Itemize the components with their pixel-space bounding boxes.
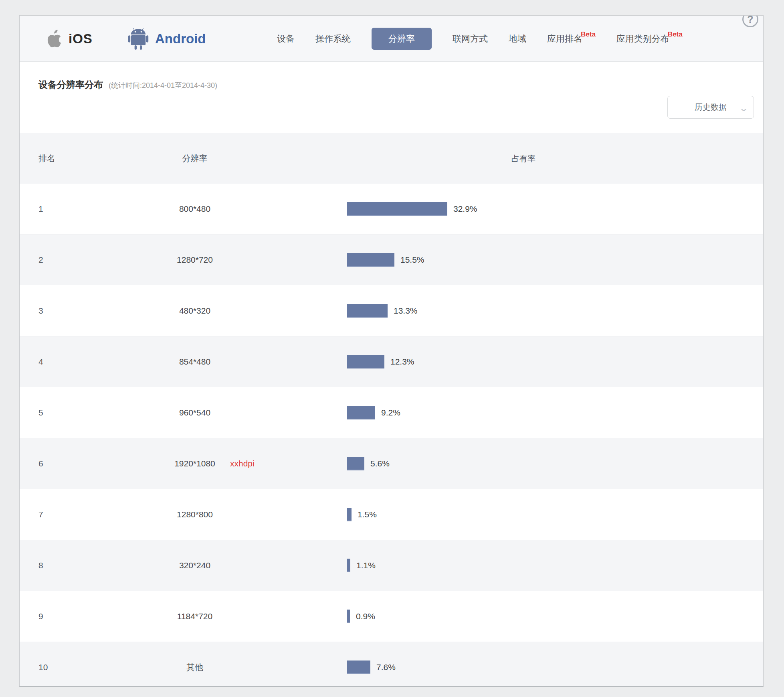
resolution-cell: 1920*1080 xxhdpi: [135, 438, 255, 489]
rank-cell: 8: [38, 540, 43, 591]
share-bar-area: 32.9%: [347, 184, 477, 234]
table-header: 排名 分辨率 占有率: [20, 133, 763, 184]
rank-cell: 10: [38, 642, 48, 687]
table-row: 4 854*480 12.3%: [20, 336, 763, 387]
share-value-label: 13.3%: [394, 306, 418, 316]
header-divider: [235, 27, 235, 51]
share-bar-area: 1.5%: [347, 489, 377, 540]
android-icon: [127, 26, 150, 51]
rank-cell: 9: [38, 591, 43, 642]
rank-cell: 6: [38, 438, 43, 489]
nav-tab-5[interactable]: 应用排名Beta: [547, 33, 596, 45]
share-bar-area: 5.6%: [347, 438, 390, 489]
nav-tab-4[interactable]: 地域: [509, 33, 526, 45]
beta-badge: Beta: [581, 30, 596, 38]
rank-cell: 7: [38, 489, 43, 540]
nav-tab-3[interactable]: 联网方式: [453, 33, 488, 45]
table-row: 6 1920*1080 xxhdpi 5.6%: [20, 438, 763, 489]
platform-tab-ios-label: iOS: [69, 31, 93, 47]
table-row: 8 320*240 1.1%: [20, 540, 763, 591]
share-bar-area: 15.5%: [347, 235, 424, 285]
share-bar-area: 13.3%: [347, 286, 418, 336]
title-section: 设备分辨率分布 (统计时间:2014-4-01至2014-4-30) 历史数据 …: [20, 62, 763, 133]
table-row: 3 480*320 13.3%: [20, 286, 763, 336]
table-row: 5 960*540 9.2%: [20, 387, 763, 438]
column-header-resolution: 分辨率: [135, 133, 255, 184]
share-bar: [347, 457, 364, 470]
rank-cell: 5: [38, 387, 43, 438]
share-value-label: 7.6%: [376, 663, 396, 672]
table-row: 1 800*480 32.9%: [20, 184, 763, 235]
share-value-label: 32.9%: [453, 204, 477, 214]
share-value-label: 12.3%: [390, 357, 414, 367]
nav-tab-0[interactable]: 设备: [277, 33, 295, 45]
column-header-rank: 排名: [38, 133, 55, 184]
top-nav: 设备 操作系统 分辨率 联网方式 地域 应用排名Beta 应用类别分布Beta: [277, 16, 683, 62]
resolution-table-body: 1 800*480 32.9% 2 1280*720 15.5% 3 480*3…: [20, 184, 763, 687]
resolution-cell: 1184*720: [135, 591, 255, 642]
chevron-down-icon: ⌄: [739, 103, 748, 113]
header-bar: iOS Android 设备 操作系统 分辨率 联网方式 地域 应用排名Beta…: [20, 16, 763, 62]
rank-cell: 1: [38, 184, 43, 234]
share-bar-area: 9.2%: [347, 387, 400, 438]
nav-tab-6[interactable]: 应用类别分布Beta: [616, 33, 683, 45]
platform-tab-android[interactable]: Android: [127, 16, 206, 62]
stat-period-subtitle: (统计时间:2014-4-01至2014-4-30): [109, 81, 217, 90]
page-title: 设备分辨率分布: [38, 79, 103, 91]
share-bar: [347, 355, 384, 369]
beta-badge: Beta: [668, 30, 683, 38]
resolution-cell: 1280*800: [135, 489, 255, 540]
share-bar-area: 1.1%: [347, 540, 376, 591]
history-data-dropdown[interactable]: 历史数据 ⌄: [667, 96, 754, 119]
nav-tab-1[interactable]: 操作系统: [315, 33, 351, 45]
platform-tab-ios[interactable]: iOS: [44, 16, 93, 62]
share-bar: [347, 559, 350, 572]
rank-cell: 2: [38, 235, 43, 285]
share-bar: [347, 508, 352, 521]
share-value-label: 5.6%: [370, 459, 390, 468]
history-data-dropdown-value: 历史数据: [695, 102, 727, 113]
table-row: 2 1280*720 15.5%: [20, 235, 763, 286]
resolution-cell: 其他: [135, 642, 255, 687]
resolution-cell: 960*540: [135, 387, 255, 438]
share-bar: [347, 304, 388, 318]
share-bar: [347, 202, 447, 216]
resolution-cell: 320*240: [135, 540, 255, 591]
resolution-cell: 854*480: [135, 336, 255, 387]
resolution-cell: 800*480: [135, 184, 255, 234]
share-value-label: 1.5%: [358, 510, 377, 519]
help-icon[interactable]: ?: [742, 15, 758, 27]
share-bar: [347, 661, 370, 674]
nav-tab-2[interactable]: 分辨率: [372, 28, 432, 50]
table-row: 7 1280*800 1.5%: [20, 489, 763, 540]
resolution-cell: 1280*720: [135, 235, 255, 285]
share-value-label: 15.5%: [400, 255, 424, 265]
apple-icon: [44, 28, 63, 50]
table-row: 9 1184*720 0.9%: [20, 591, 763, 642]
title-row: 设备分辨率分布 (统计时间:2014-4-01至2014-4-30): [38, 79, 217, 91]
platform-tab-android-label: Android: [155, 31, 206, 47]
analytics-panel: iOS Android 设备 操作系统 分辨率 联网方式 地域 应用排名Beta…: [19, 15, 764, 687]
share-bar: [347, 610, 350, 623]
share-value-label: 1.1%: [356, 561, 376, 570]
table-row: 10 其他 7.6%: [20, 642, 763, 687]
share-bar-area: 7.6%: [347, 642, 396, 687]
rank-cell: 3: [38, 286, 43, 336]
share-bar-area: 12.3%: [347, 336, 414, 387]
resolution-cell: 480*320: [135, 286, 255, 336]
share-value-label: 0.9%: [356, 612, 375, 621]
share-bar: [347, 406, 375, 419]
share-value-label: 9.2%: [381, 408, 400, 417]
share-bar-area: 0.9%: [347, 591, 375, 642]
resolution-annotation: xxhdpi: [230, 459, 255, 468]
share-bar: [347, 253, 394, 267]
rank-cell: 4: [38, 336, 43, 387]
column-header-share: 占有率: [483, 133, 564, 184]
